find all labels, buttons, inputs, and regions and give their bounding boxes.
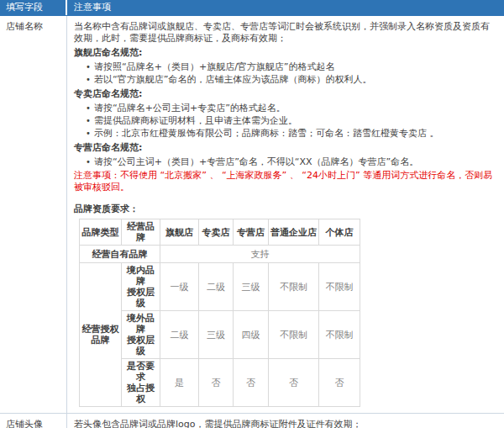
table-header-row: 填写字段 注意事项 [0, 0, 504, 16]
overseas-auth-label: 境外品牌 授权层级 [122, 311, 160, 359]
brand-qualification-table: 品牌类型 经营品牌 旗舰店 专卖店 专营店 普通企业店 个体店 经营自有品牌 支… [79, 219, 360, 407]
table-cell: 二级 [199, 263, 234, 311]
brand-table-header-cell: 个体店 [319, 219, 360, 246]
brand-table-header-cell: 普通企业店 [269, 219, 319, 246]
table-cell: 是 [160, 359, 199, 407]
self-brand-row: 经营自有品牌 支持 [80, 246, 360, 263]
flagship-naming-heading: 旗舰店命名规范: [74, 47, 496, 59]
authorized-brand-label: 经营授权 品牌 [80, 263, 122, 407]
brand-table-header-cell: 旗舰店 [160, 219, 199, 246]
column-header-notes: 注意事项 [67, 0, 504, 15]
table-cell: 否 [199, 359, 234, 407]
brand-table-header-row: 品牌类型 经营品牌 旗舰店 专卖店 专营店 普通企业店 个体店 [80, 219, 360, 246]
overseas-auth-row: 境外品牌 授权层级 二级 三级 四级 不限制 不限制 [80, 311, 360, 359]
label-line: 境外品牌 [123, 313, 159, 335]
franchise-store-naming-list: 请按“公司主词+（类目）+专营店”命名，不得以“XX（品牌名）专营店”命名。 [74, 156, 496, 168]
exclusive-license-row: 是否要求 独占授权 是 否 否 否 否 [80, 359, 360, 407]
table-cell: 四级 [234, 311, 269, 359]
flagship-naming-list: 请按照“品牌名+（类目）+旗舰店/官方旗舰店”的格式起名 若以“官方旗舰店”命名… [74, 61, 496, 86]
list-item: 需提供品牌商标证明材料，且申请主体需为企业。 [86, 114, 496, 127]
field-label-shop-name: 店铺名称 [0, 16, 67, 413]
label-line: 是否要求 [123, 361, 159, 383]
field-label-shop-avatar: 店铺头像 [0, 414, 67, 428]
table-cell: 不限制 [269, 263, 319, 311]
exclusive-license-label: 是否要求 独占授权 [122, 359, 160, 407]
table-cell: 不限制 [319, 263, 360, 311]
naming-warning-note: 注意事项：不得使用 “北京搬家” 、 “上海家政服务” 、 “24小时上门” 等… [74, 170, 496, 193]
column-header-field: 填写字段 [0, 0, 67, 15]
brand-table-header-cell: 品牌类型 [80, 219, 122, 246]
domestic-auth-label: 境内品牌 授权层级 [122, 263, 160, 311]
self-brand-value: 支持 [160, 246, 360, 263]
authorized-brand-label-line1: 经营授权 [81, 324, 120, 335]
table-cell: 三级 [199, 311, 234, 359]
label-line: 授权层级 [123, 335, 159, 357]
brand-table-header-cell: 专卖店 [199, 219, 234, 246]
table-cell: 否 [319, 359, 360, 407]
table-cell: 不限制 [319, 311, 360, 359]
list-item: 请按“公司主词+（类目）+专营店”命名，不得以“XX（品牌名）专营店”命名。 [86, 156, 496, 168]
exclusive-store-naming-heading: 专卖店命名规范: [74, 88, 496, 100]
list-item: 请按“品牌名+公司主词+专卖店”的格式起名。 [86, 102, 496, 114]
table-cell: 二级 [160, 311, 199, 359]
shop-name-intro: 当名称中含有品牌词或旗舰店、专卖店、专营店等词汇时会被系统识别，并强制录入名称资… [74, 21, 496, 45]
shop-name-notes: 当名称中含有品牌词或旗舰店、专卖店、专营店等词汇时会被系统识别，并强制录入名称资… [67, 16, 504, 413]
table-cell: 否 [234, 359, 269, 407]
authorized-brand-label-line2: 品牌 [81, 335, 120, 346]
row-shop-name: 店铺名称 当名称中含有品牌词或旗舰店、专卖店、专营店等词汇时会被系统识别，并强制… [0, 16, 504, 414]
exclusive-store-naming-list: 请按“品牌名+公司主词+专卖店”的格式起名。 需提供品牌商标证明材料，且申请主体… [74, 102, 496, 140]
domestic-auth-row: 经营授权 品牌 境内品牌 授权层级 一级 二级 三级 不限制 不限制 [80, 263, 360, 311]
table-cell: 一级 [160, 263, 199, 311]
table-cell: 否 [269, 359, 319, 407]
shop-avatar-notes: 若头像包含品牌词或品牌logo，需提供品牌商标证附件及证件有效期； [67, 414, 504, 428]
brand-table-header-cell: 经营品牌 [122, 219, 160, 246]
row-shop-avatar: 店铺头像 若头像包含品牌词或品牌logo，需提供品牌商标证附件及证件有效期； [0, 414, 504, 428]
label-line: 授权层级 [123, 287, 159, 309]
list-item: 请按照“品牌名+（类目）+旗舰店/官方旗舰店”的格式起名 [86, 61, 496, 73]
self-brand-label: 经营自有品牌 [80, 246, 160, 263]
brand-table-header-cell: 专营店 [234, 219, 269, 246]
brand-qualification-title: 品牌资质要求： [74, 203, 496, 215]
merchant-onboarding-guide-table: 填写字段 注意事项 店铺名称 当名称中含有品牌词或旗舰店、专卖店、专营店等词汇时… [0, 0, 504, 428]
list-item: 示例：北京市红橙黄服饰有限公司；品牌商标：踏雪；可命名：踏雪红橙黄专卖店 。 [86, 127, 496, 140]
label-line: 独占授权 [123, 383, 159, 404]
table-cell: 三级 [234, 263, 269, 311]
label-line: 境内品牌 [123, 265, 159, 287]
franchise-store-naming-heading: 专营店命名规范: [74, 142, 496, 154]
table-cell: 不限制 [269, 311, 319, 359]
list-item: 若以“官方旗舰店”命名的，店铺主体应为该品牌（商标）的权利人。 [86, 73, 496, 86]
shop-avatar-text: 若头像包含品牌词或品牌logo，需提供品牌商标证附件及证件有效期； [74, 419, 496, 428]
